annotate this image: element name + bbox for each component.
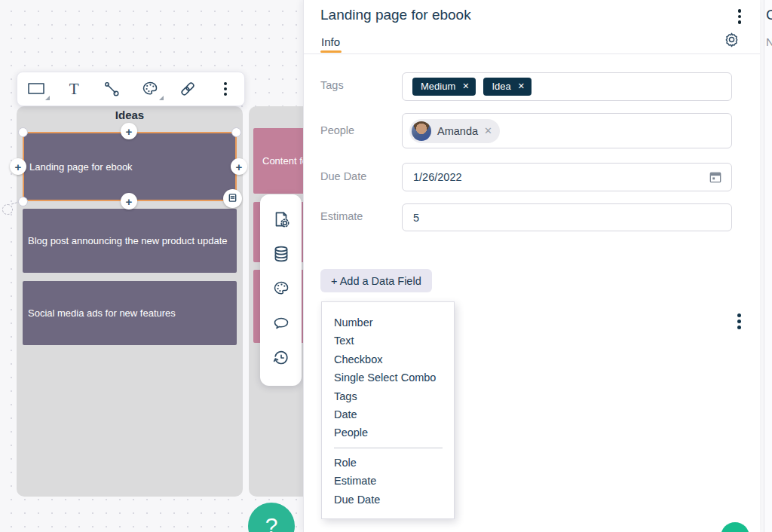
page-settings-button[interactable]: [270, 209, 293, 232]
avatar: [412, 121, 431, 141]
link-tool-button[interactable]: [169, 72, 207, 105]
board-column-ideas[interactable]: Ideas Landing page for ebook Blog post a…: [17, 106, 243, 497]
estimate-input[interactable]: [403, 204, 731, 231]
card-blog-post[interactable]: Blog post announcing the new product upd…: [23, 209, 237, 273]
database-icon: [271, 244, 291, 267]
text-tool-button[interactable]: T: [55, 72, 93, 105]
card-title: Social media ads for new features: [28, 307, 176, 319]
line-connector-icon: [103, 80, 121, 98]
rectangle-icon: [26, 81, 46, 97]
resize-handle-top-left[interactable]: [18, 127, 28, 137]
field-type-dropdown: Number Text Checkbox Single Select Combo…: [321, 301, 455, 519]
history-button[interactable]: [270, 348, 293, 371]
card-detail-panel: Landing page for ebook Info Tags Medium …: [303, 0, 760, 532]
active-tab-underline: [320, 50, 342, 53]
estimate-field[interactable]: [402, 203, 732, 231]
add-card-right-button[interactable]: +: [231, 158, 247, 175]
remove-tag-icon[interactable]: ✕: [518, 82, 525, 90]
plus-icon: +: [126, 196, 133, 207]
dropdown-item-single-select[interactable]: Single Select Combo: [322, 368, 454, 387]
dropdown-item-text[interactable]: Text: [322, 332, 454, 350]
dropdown-item-estimate[interactable]: Estimate: [322, 472, 454, 490]
tags-label: Tags: [320, 79, 344, 91]
settings-gear-button[interactable]: [723, 31, 740, 51]
panel-title: Landing page for ebook: [320, 7, 471, 23]
page-settings-icon: [271, 209, 291, 232]
card-side-toolbar: [260, 194, 302, 386]
question-icon: ?: [265, 513, 278, 532]
due-date-input[interactable]: [403, 164, 731, 191]
tag-label: Idea: [492, 81, 510, 92]
tag-label: Medium: [421, 81, 455, 92]
tag-chip-medium[interactable]: Medium ✕: [412, 78, 476, 96]
divider: [334, 448, 443, 448]
card-note-badge[interactable]: [223, 189, 242, 208]
card-title: Blog post announcing the new product upd…: [28, 235, 228, 246]
neighbor-panel-sliver: C N: [764, 0, 772, 532]
people-input[interactable]: Amanda ✕: [402, 113, 732, 148]
person-chip-amanda[interactable]: Amanda ✕: [409, 119, 500, 143]
resize-handle-top-right[interactable]: [231, 127, 241, 137]
connector-tool-button[interactable]: [93, 72, 130, 105]
dropdown-item-role[interactable]: Role: [322, 454, 454, 472]
card-title: Landing page for ebook: [29, 161, 133, 173]
dropdown-item-people[interactable]: People: [322, 423, 454, 442]
text-icon: T: [69, 81, 79, 97]
add-card-above-button[interactable]: +: [121, 123, 137, 139]
palette-tool-button[interactable]: [131, 72, 169, 105]
estimate-label: Estimate: [320, 210, 363, 222]
card-title: Content fo: [262, 155, 308, 167]
tag-chip-idea[interactable]: Idea ✕: [483, 78, 532, 96]
field-section-more-button[interactable]: [737, 313, 741, 329]
dropdown-item-due-date[interactable]: Due Date: [322, 491, 454, 509]
chevron-corner-icon: [45, 96, 50, 100]
resize-handle-bottom-left[interactable]: [18, 197, 28, 206]
dropdown-item-number[interactable]: Number: [322, 313, 454, 332]
rotate-handle[interactable]: [2, 204, 13, 215]
shape-toolbar: T: [17, 72, 245, 106]
neighbor-title-fragment: C: [766, 7, 772, 23]
remove-tag-icon[interactable]: ✕: [462, 82, 469, 90]
plus-icon: +: [15, 161, 22, 173]
shape-rectangle-button[interactable]: [17, 72, 55, 105]
due-date-field[interactable]: [402, 163, 732, 191]
link-icon: [178, 79, 198, 99]
style-palette-button[interactable]: [270, 279, 293, 301]
tags-input[interactable]: Medium ✕ Idea ✕: [402, 72, 732, 101]
palette-icon: [271, 280, 291, 301]
neighbor-text-fragment: N: [766, 35, 772, 48]
add-card-below-button[interactable]: +: [121, 193, 137, 209]
add-data-field-button[interactable]: + Add a Data Field: [320, 269, 432, 292]
data-fields-button[interactable]: [270, 244, 293, 267]
chevron-corner-icon: [159, 96, 164, 100]
history-icon: [271, 348, 291, 371]
column-title: Ideas: [17, 106, 243, 121]
due-date-label: Due Date: [320, 170, 366, 182]
plus-icon: +: [126, 126, 133, 137]
dropdown-item-checkbox[interactable]: Checkbox: [322, 350, 454, 368]
dropdown-item-tags[interactable]: Tags: [322, 387, 454, 405]
comments-button[interactable]: [270, 313, 293, 336]
person-name: Amanda: [437, 125, 478, 137]
more-options-icon: [224, 82, 227, 96]
divider: [304, 54, 760, 54]
card-landing-page[interactable]: Landing page for ebook: [23, 132, 237, 201]
calendar-icon[interactable]: [708, 170, 723, 188]
people-label: People: [320, 124, 354, 136]
toolbar-more-button[interactable]: [207, 72, 244, 105]
panel-more-button[interactable]: [738, 9, 742, 24]
tab-info[interactable]: Info: [321, 35, 340, 48]
help-button[interactable]: ?: [248, 503, 295, 532]
remove-person-icon[interactable]: ✕: [484, 125, 492, 136]
add-card-left-button[interactable]: +: [10, 158, 26, 175]
palette-icon: [140, 80, 160, 98]
dropdown-item-date[interactable]: Date: [322, 405, 454, 423]
speech-bubble-icon: [271, 314, 291, 335]
plus-icon: +: [236, 161, 243, 173]
note-icon: [228, 192, 237, 206]
card-social-ads[interactable]: Social media ads for new features: [23, 281, 237, 345]
